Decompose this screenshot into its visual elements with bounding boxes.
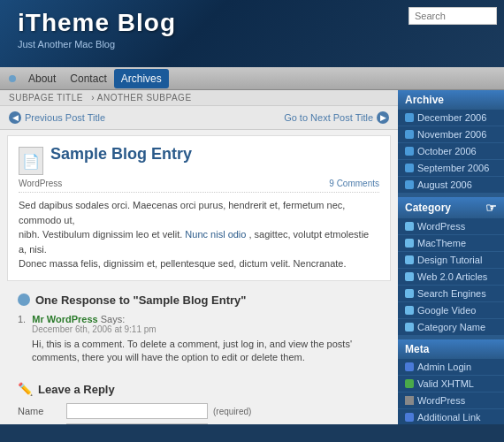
nav-item-about[interactable]: About <box>21 69 63 88</box>
comment-number: 1. <box>18 314 26 324</box>
wordpress-icon <box>405 396 414 405</box>
sidebar-item-additional[interactable]: Additional Link <box>398 409 504 424</box>
reply-section: ✏️ Leave a Reply Name (required) Mail (r… <box>7 377 391 424</box>
sidebar-item-search[interactable]: Search Engines <box>398 286 504 302</box>
calendar-icon <box>405 147 414 156</box>
sidebar-item-oct2006[interactable]: October 2006 <box>398 143 504 160</box>
folder-icon <box>405 272 414 281</box>
comments-section: One Response to "Sample Blog Entry" 1. M… <box>7 286 391 377</box>
comments-icon <box>18 293 30 306</box>
reply-header-text: Leave a Reply <box>38 383 115 396</box>
next-arrow-icon: ▶ <box>377 111 389 124</box>
post-title: Sample Blog Entry <box>50 145 192 164</box>
sidebar-category-section: Category ☞ WordPress MacTheme Design Tut… <box>398 197 504 336</box>
content-area: SUBPAGE TITLE › ANOTHER SUBPAGE ◀ Previo… <box>0 90 398 424</box>
main-layout: SUBPAGE TITLE › ANOTHER SUBPAGE ◀ Previo… <box>0 90 504 424</box>
calendar-icon <box>405 164 414 172</box>
comment-item: 1. Mr WordPress Says: December 6th, 2006… <box>18 314 380 365</box>
page-header: iTheme Blog Just Another Mac Blog <box>0 0 504 67</box>
calendar-icon <box>405 130 414 139</box>
archive-title: Archive <box>405 94 444 106</box>
post-document-icon: 📄 <box>19 147 43 175</box>
prev-post-label: Previous Post Title <box>25 112 105 123</box>
meta-section-title: Meta <box>398 339 504 359</box>
sidebar: Archive December 2006 November 2006 Octo… <box>398 90 504 424</box>
name-input[interactable] <box>66 403 208 419</box>
comment-date: December 6th, 2006 at 9:11 pm <box>32 324 380 334</box>
name-label: Name <box>18 406 66 416</box>
check-icon <box>405 379 414 388</box>
folder-icon <box>405 323 414 332</box>
blog-post: 📄 Sample Blog Entry WordPress 9 Comments… <box>7 135 391 281</box>
sidebar-item-nov2006[interactable]: November 2006 <box>398 126 504 143</box>
category-section-title: Category ☞ <box>398 197 504 218</box>
nav-item-archives[interactable]: Archives <box>114 69 169 88</box>
sidebar-item-google-video[interactable]: Google Video <box>398 302 504 319</box>
post-body-link[interactable]: Nunc nisl odio <box>185 229 246 240</box>
nav-item-contact[interactable]: Contact <box>63 69 113 88</box>
name-required: (required) <box>213 407 251 416</box>
sidebar-item-sep2006[interactable]: September 2006 <box>398 160 504 177</box>
sidebar-item-aug2006[interactable]: August 2006 <box>398 177 504 194</box>
sidebar-item-xhtml[interactable]: Valid XHTML <box>398 376 504 392</box>
main-nav: About Contact Archives <box>0 67 504 90</box>
form-row-mail: Mail (required) <box>18 423 380 424</box>
post-comments-count[interactable]: 9 Comments <box>329 179 379 188</box>
breadcrumb-part-2: ANOTHER SUBPAGE <box>97 93 192 103</box>
post-body: Sed dapibus sodales orci. Maecenas orci … <box>19 198 379 271</box>
next-post-link[interactable]: Go to Next Post Title ▶ <box>284 111 389 124</box>
comment-author[interactable]: Mr WordPress <box>32 314 97 324</box>
sidebar-item-wp[interactable]: WordPress <box>398 392 504 409</box>
comment-text: Hi, this is a comment. To delete a comme… <box>32 338 380 365</box>
sidebar-item-design[interactable]: Design Tutorial <box>398 252 504 269</box>
calendar-icon <box>405 180 414 189</box>
site-tagline: Just Another Mac Blog <box>18 39 486 50</box>
calendar-icon <box>405 113 414 122</box>
sidebar-item-wordpress[interactable]: WordPress <box>398 218 504 235</box>
post-body-line1: Sed dapibus sodales orci. Maecenas orci … <box>19 200 345 225</box>
comments-header: One Response to "Sample Blog Entry" <box>18 293 380 307</box>
form-row-name: Name (required) <box>18 403 380 419</box>
sidebar-meta-section: Meta Admin Login Valid XHTML WordPress A… <box>398 339 504 424</box>
prev-post-link[interactable]: ◀ Previous Post Title <box>9 111 105 124</box>
sidebar-item-category-name[interactable]: Category Name <box>398 319 504 336</box>
folder-icon <box>405 289 414 298</box>
folder-icon <box>405 306 414 315</box>
pencil-icon: ✏️ <box>18 382 33 396</box>
breadcrumb-part-1: SUBPAGE TITLE <box>9 93 83 103</box>
doc-icon <box>405 362 414 371</box>
meta-title: Meta <box>405 343 429 355</box>
breadcrumb: SUBPAGE TITLE › ANOTHER SUBPAGE <box>0 90 398 106</box>
doc-icon <box>405 413 414 422</box>
sidebar-item-admin[interactable]: Admin Login <box>398 359 504 376</box>
post-navigation: ◀ Previous Post Title Go to Next Post Ti… <box>0 106 398 130</box>
nav-bullet-icon <box>9 75 16 82</box>
sidebar-item-mactheme[interactable]: MacTheme <box>398 235 504 252</box>
reply-header: ✏️ Leave a Reply <box>18 382 380 396</box>
sidebar-archive-section: Archive December 2006 November 2006 Octo… <box>398 90 504 194</box>
folder-icon <box>405 239 414 248</box>
archive-section-title: Archive <box>398 90 504 110</box>
post-meta: WordPress 9 Comments <box>19 179 379 193</box>
comments-header-text: One Response to "Sample Blog Entry" <box>35 293 246 307</box>
folder-icon <box>405 222 414 231</box>
post-body-line4: Donec massa felis, dignissim et, pellent… <box>19 258 347 269</box>
post-body-line2: nibh. Vestibulum dignissim leo et velit. <box>19 229 182 240</box>
mail-input[interactable] <box>66 423 208 424</box>
prev-arrow-icon: ◀ <box>9 111 21 124</box>
category-title: Category <box>405 202 451 214</box>
search-input[interactable] <box>409 7 497 25</box>
hand-icon: ☞ <box>485 201 497 215</box>
folder-icon <box>405 255 414 264</box>
sidebar-item-dec2006[interactable]: December 2006 <box>398 110 504 126</box>
comment-says: Says: <box>101 314 126 324</box>
next-post-label: Go to Next Post Title <box>284 112 373 123</box>
sidebar-item-web2[interactable]: Web 2.0 Articles <box>398 269 504 286</box>
post-category: WordPress <box>19 179 62 188</box>
